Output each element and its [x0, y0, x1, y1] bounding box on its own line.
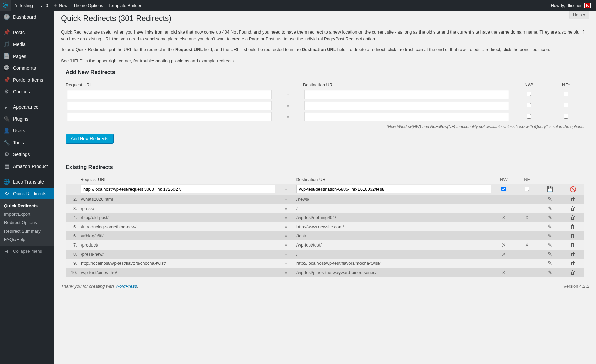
row-nf [515, 195, 538, 204]
row-number: 8. [66, 250, 80, 259]
pencil-icon[interactable]: ✎ [548, 251, 552, 257]
trash-icon[interactable]: 🗑 [570, 270, 576, 276]
page-title: Quick Redirects (301 Redirects) [61, 11, 589, 24]
edit-request-input[interactable] [81, 185, 275, 193]
template-builder-link[interactable]: Template Builder [106, 0, 144, 11]
trash-icon[interactable]: 🗑 [570, 251, 576, 257]
add-new-redirects-button[interactable]: Add New Redirects [66, 134, 114, 144]
sidebar-item-dashboard[interactable]: 🕐Dashboard [0, 11, 54, 23]
destination-url-input-2[interactable] [304, 101, 509, 110]
comments-link[interactable]: 🗨0 [36, 0, 51, 11]
wordpress-link[interactable]: WordPress [115, 284, 137, 289]
row-request: /press/ [80, 204, 277, 213]
trash-icon[interactable]: 🗑 [570, 206, 576, 212]
row-destination: /wp-test/nothing404/ [295, 213, 492, 222]
sidebar-item-amazon[interactable]: ▤Amazon Product [0, 160, 54, 172]
submenu-redirect-options[interactable]: Redirect Options [0, 218, 54, 227]
edit-nw-checkbox[interactable] [501, 187, 506, 191]
row-number: 4. [66, 213, 80, 222]
sidebar-item-settings[interactable]: ⚙Settings [0, 148, 54, 160]
media-icon: 🎵 [3, 41, 10, 47]
site-name-link[interactable]: ⌂Testing [11, 0, 36, 11]
nf-checkbox-1[interactable] [564, 92, 568, 96]
sidebar-item-portfolio[interactable]: 📌Portfolio Items [0, 74, 54, 86]
page-icon: 📄 [3, 53, 10, 59]
pencil-icon[interactable]: ✎ [548, 205, 552, 212]
pencil-icon[interactable]: ✎ [548, 260, 552, 266]
wp-logo[interactable]: ⓦ [0, 0, 11, 11]
nw-checkbox-1[interactable] [527, 92, 531, 96]
nf-checkbox-2[interactable] [564, 103, 568, 107]
table-row: 2./whats2020.html»/news/✎🗑 [66, 195, 584, 204]
sidebar-item-quick-redirects[interactable]: ↻Quick Redirects [0, 188, 54, 199]
request-url-input-2[interactable] [67, 101, 272, 110]
wordpress-icon: ⓦ [3, 2, 8, 9]
row-nw [492, 204, 515, 213]
trash-icon[interactable]: 🗑 [570, 233, 576, 239]
trash-icon[interactable]: 🗑 [570, 196, 576, 202]
edit-destination-input[interactable] [296, 185, 491, 193]
row-request: /product/ [80, 240, 277, 250]
sidebar-item-posts[interactable]: 📌Posts [0, 26, 54, 38]
sidebar-item-users[interactable]: 👤Users [0, 125, 54, 136]
destination-url-input-1[interactable] [304, 90, 509, 99]
theme-options-link[interactable]: Theme Options [70, 0, 106, 11]
wrench-icon: 🔧 [3, 139, 10, 146]
trash-icon[interactable]: 🗑 [570, 224, 576, 230]
submenu-redirect-summary[interactable]: Redirect Summary [0, 227, 54, 235]
row-request: /introducing-something-new/ [80, 222, 277, 231]
trash-icon[interactable]: 🗑 [570, 215, 576, 221]
ex-request-label: Request URL [80, 177, 107, 182]
sidebar-item-comments[interactable]: 💬Comments [0, 62, 54, 74]
row-request: http://localhost/wp-test/flavors/chocha-… [80, 259, 277, 268]
row-nf [515, 231, 538, 240]
save-icon[interactable]: 💾 [547, 186, 553, 192]
trash-icon[interactable]: 🗑 [570, 242, 576, 248]
pencil-icon[interactable]: ✎ [548, 223, 552, 230]
row-nw [492, 231, 515, 240]
help-tab[interactable]: Help ▾ [569, 11, 589, 19]
row-request: /wp-test/pines-the/ [80, 268, 277, 277]
destination-url-input-3[interactable] [304, 112, 509, 121]
row-destination: /wp-test/pines-the-wayward-pines-series/ [295, 268, 492, 277]
version-text: Version 4.2.2 [563, 284, 589, 289]
sidebar-item-media[interactable]: 🎵Media [0, 38, 54, 50]
pencil-icon[interactable]: ✎ [548, 196, 552, 202]
submenu-quick-redirects[interactable]: Quick Redirects [0, 201, 54, 210]
user-account-link[interactable]: Howdy, dfischerfc [548, 0, 593, 11]
existing-redirects-table: Request URL Destination URL NW NF » 💾 [66, 176, 584, 277]
sidebar-item-tools[interactable]: 🔧Tools [0, 136, 54, 148]
pencil-icon[interactable]: ✎ [548, 214, 552, 221]
table-row: 7./product/»/wp-test/test/XX✎🗑 [66, 240, 584, 250]
cancel-icon[interactable]: 🚫 [570, 186, 576, 192]
sidebar-item-plugins[interactable]: 🔌Plugins [0, 113, 54, 125]
request-url-input-1[interactable] [67, 90, 272, 99]
pencil-icon[interactable]: ✎ [548, 242, 552, 248]
edit-nf-checkbox[interactable] [525, 187, 529, 191]
nw-checkbox-3[interactable] [527, 114, 531, 119]
row-nw [492, 222, 515, 231]
row-nf [515, 259, 538, 268]
trash-icon[interactable]: 🗑 [570, 260, 576, 266]
row-destination: /test/ [295, 231, 492, 240]
row-nw [492, 259, 515, 268]
sidebar-item-choices[interactable]: ⚙Choices [0, 86, 54, 98]
pencil-icon[interactable]: ✎ [548, 269, 552, 276]
submenu-faqs-help[interactable]: FAQs/Help [0, 235, 54, 244]
table-row: 8./press-new/»/X✎🗑 [66, 250, 584, 259]
nf-checkbox-3[interactable] [564, 114, 568, 119]
pencil-icon[interactable]: ✎ [548, 233, 552, 239]
request-url-input-3[interactable] [67, 112, 272, 121]
submenu-import-export[interactable]: Import/Export [0, 210, 54, 218]
gear-icon: ⚙ [3, 88, 10, 95]
new-content-link[interactable]: +New [51, 0, 70, 11]
collapse-menu[interactable]: ◀Collapse menu [0, 246, 54, 256]
settings-icon: ⚙ [3, 151, 10, 157]
sidebar-item-loco[interactable]: 🌐Loco Translate [0, 176, 54, 188]
row-destination: /wp-test/test/ [295, 240, 492, 250]
nw-checkbox-2[interactable] [527, 103, 531, 107]
intro-paragraph-2: To add Quick Redirects, put the URL for … [61, 46, 589, 53]
sidebar-item-appearance[interactable]: 🖌Appearance [0, 101, 54, 113]
row-nw: X [492, 240, 515, 250]
sidebar-item-pages[interactable]: 📄Pages [0, 50, 54, 62]
